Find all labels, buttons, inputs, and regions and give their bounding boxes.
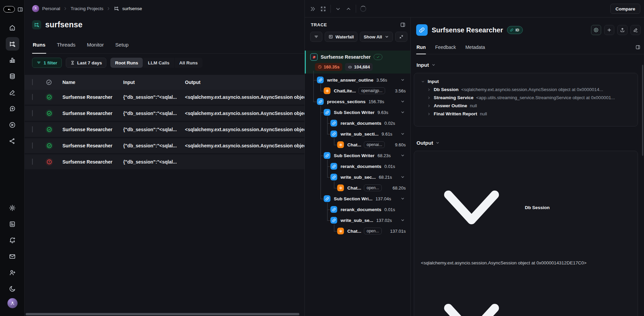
output-field-key[interactable]: Db Session (421, 157, 631, 258)
sidebar-item-deployments[interactable] (6, 134, 19, 148)
row-checkbox[interactable] (32, 159, 33, 165)
trace-tree-row[interactable]: Chat...openai...9.60s (305, 139, 410, 150)
chevron-down-icon[interactable] (400, 99, 405, 104)
tab-monitor[interactable]: Monitor (86, 40, 105, 53)
chevron-down-icon[interactable] (400, 110, 405, 115)
chevron-down-icon[interactable] (400, 175, 405, 179)
run-id-badge[interactable]: ID (507, 26, 523, 34)
filter-button[interactable]: 1 filter (32, 58, 62, 68)
share-run-button[interactable] (617, 25, 627, 35)
trace-tree-row[interactable]: Chat...open...68.20s (305, 182, 410, 193)
waterfall-view-button[interactable]: Waterfall (325, 32, 357, 42)
input-field-row[interactable]: Final Written Reportnull (427, 111, 631, 116)
column-header-name[interactable]: Name (62, 80, 114, 85)
next-run-icon[interactable] (335, 6, 341, 12)
time-range-button[interactable]: Last 7 days (66, 58, 107, 68)
user-avatar[interactable] (7, 298, 18, 308)
breadcrumb-surfsense[interactable]: surfsense (122, 6, 142, 11)
sidebar-item-settings[interactable] (6, 201, 19, 214)
row-checkbox[interactable] (32, 126, 33, 133)
trace-tree-row[interactable]: rerank_documents0.01s (305, 161, 410, 172)
trace-tree-row[interactable]: Chat...open...137.01s (305, 226, 410, 236)
breadcrumb-personal[interactable]: Personal (42, 6, 60, 11)
tab-runs[interactable]: Runs (32, 40, 46, 53)
sidebar-item-prompts[interactable] (6, 102, 19, 115)
add-to-dataset-button[interactable] (604, 25, 614, 35)
show-all-dropdown[interactable]: Show All (360, 32, 393, 42)
sidebar-item-docs[interactable] (6, 217, 19, 231)
trace-tree-row[interactable]: Sub Section Wri...137.04s (305, 193, 410, 204)
detail-tab-run[interactable]: Run (416, 43, 426, 54)
table-row[interactable]: Surfsense Researcher{"db_session":"<sqla… (25, 138, 304, 153)
trace-filter-button[interactable] (310, 32, 322, 42)
table-row[interactable]: Surfsense Researcher{"db_session":"<sqla… (25, 154, 304, 169)
run-name-cell[interactable]: Surfsense Researcher (62, 143, 114, 148)
collapse-all-button[interactable] (395, 32, 407, 42)
trace-tree-row[interactable]: write_sub_se...137.02s (305, 215, 410, 226)
run-name-cell[interactable]: Surfsense Researcher (62, 127, 114, 132)
input-field-row[interactable]: Streaming Service<app.utils.streaming_se… (427, 95, 631, 100)
input-section-heading[interactable]: Input (417, 62, 436, 68)
column-header-input[interactable]: Input (123, 80, 185, 85)
input-field-row[interactable]: Answer Outlinenull (427, 103, 631, 108)
collapse-trace-panel-icon[interactable] (400, 22, 406, 28)
run-name-cell[interactable]: Surfsense Researcher (62, 94, 114, 100)
segment-all-runs[interactable]: All Runs (174, 58, 203, 68)
workspace-avatar[interactable] (32, 5, 39, 12)
input-root-node[interactable]: Input (421, 79, 631, 84)
select-all-checkbox[interactable] (32, 79, 33, 85)
tab-setup[interactable]: Setup (115, 40, 129, 53)
trace-tree-row[interactable]: Sub Section Writer9.63s (305, 107, 410, 118)
horizontal-scrollbar[interactable] (26, 313, 299, 315)
compare-button[interactable]: Compare (610, 4, 640, 14)
sidebar-item-notifications[interactable] (6, 233, 19, 247)
detail-tab-feedback[interactable]: Feedback (435, 43, 456, 54)
collapse-detail-panel-icon[interactable] (635, 45, 641, 50)
breadcrumb-tracing-projects[interactable]: Tracing Projects (71, 6, 103, 11)
collapse-pane-icon[interactable] (310, 6, 316, 12)
sidebar-item-home[interactable] (6, 21, 19, 34)
sidebar-item-annotation[interactable] (6, 86, 19, 99)
trace-tree-row[interactable]: ChatLite...openai/gp...3.56s (305, 85, 410, 96)
segment-root-runs[interactable]: Root Runs (110, 58, 143, 68)
trace-tree-row[interactable]: Sub Section Writer68.23s (305, 150, 410, 161)
run-name-cell[interactable]: Surfsense Researcher (62, 111, 114, 116)
input-field-row[interactable]: Db Session<sqlalchemy.ext.asyncio.sessio… (427, 87, 631, 92)
row-checkbox[interactable] (32, 94, 33, 100)
chevron-down-icon[interactable] (400, 78, 405, 82)
sidebar-item-invite-user[interactable] (6, 266, 19, 279)
chevron-down-icon[interactable] (400, 132, 405, 136)
sidebar-item-dashboards[interactable] (6, 53, 19, 67)
expand-fullscreen-icon[interactable] (320, 6, 326, 12)
chevron-down-icon[interactable] (400, 218, 405, 223)
trace-tree-row[interactable]: process_sections156.78s (305, 96, 410, 107)
sidebar-item-theme-toggle[interactable] (6, 282, 19, 295)
vertical-scrollbar[interactable] (642, 65, 643, 156)
trace-tree-row[interactable]: write_sub_secti...9.61s (305, 128, 410, 139)
segment-llm-calls[interactable]: LLM Calls (143, 58, 174, 68)
tab-threads[interactable]: Threads (56, 40, 76, 53)
table-row[interactable]: Surfsense Researcher{"db_session":"<sqla… (25, 106, 304, 121)
open-in-playground-button[interactable] (591, 25, 601, 35)
trace-root-node[interactable]: Surfsense Researcher 160.35s 104,684 (305, 51, 410, 74)
trace-tree-row[interactable]: rerank_documents0.01s (305, 204, 410, 215)
row-checkbox[interactable] (32, 110, 33, 116)
sidebar-item-tracing-projects[interactable] (6, 37, 19, 51)
trace-tree-row[interactable]: write_sub_sec...68.21s (305, 172, 410, 182)
run-name-cell[interactable]: Surfsense Researcher (62, 159, 114, 165)
output-field-key[interactable]: Final Written Report (421, 270, 631, 316)
previous-run-icon[interactable] (345, 6, 352, 12)
annotate-run-button[interactable] (630, 25, 641, 35)
detail-tab-metadata[interactable]: Metadata (465, 43, 485, 54)
table-row[interactable]: Surfsense Researcher{"db_session":"<sqla… (25, 90, 304, 105)
column-header-output[interactable]: Output (185, 80, 304, 85)
table-row[interactable]: Surfsense Researcher{"db_session":"<sqla… (25, 122, 304, 137)
sidebar-item-mail[interactable] (6, 250, 19, 263)
sidebar-item-playground[interactable] (6, 118, 19, 132)
trace-tree-row[interactable]: rerank_documents0.02s (305, 118, 410, 128)
chevron-down-icon[interactable] (400, 196, 405, 201)
sidebar-item-datasets[interactable] (6, 69, 19, 83)
chevron-down-icon[interactable] (400, 153, 405, 158)
sidebar-collapse-icon[interactable] (17, 6, 23, 12)
row-checkbox[interactable] (32, 142, 33, 149)
